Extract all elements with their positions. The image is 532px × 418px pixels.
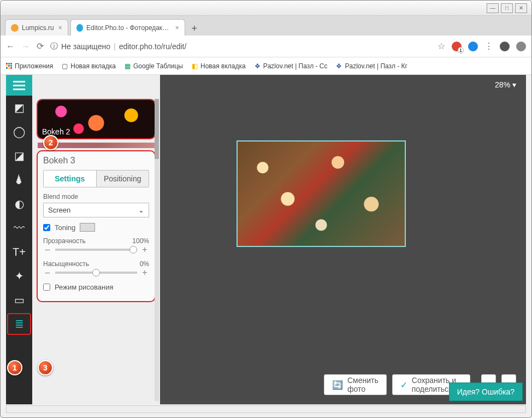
bookmark-star-icon[interactable]: ☆ xyxy=(438,41,445,51)
change-photo-label: Сменить фото xyxy=(347,376,379,393)
extension-area: 1 ⋮ xyxy=(452,41,526,51)
color-tool[interactable]: 🌢 xyxy=(6,168,32,192)
maximize-button[interactable]: □ xyxy=(501,3,513,13)
change-photo-button[interactable]: 🔄 Сменить фото xyxy=(324,374,387,395)
minimize-button[interactable]: — xyxy=(487,3,499,13)
canvas-area: 28% ▾ 🔄 Сменить фото ✓ Сохранить и подел… xyxy=(160,75,526,404)
profile-avatar[interactable] xyxy=(500,42,510,51)
browser-tabstrip: Lumpics.ru × Editor.Pho.to - Фоторедакто… xyxy=(1,16,531,36)
exposure-tool[interactable]: ◪ xyxy=(6,144,32,168)
bookmark-label: Новая вкладка xyxy=(70,62,116,70)
bookmark-label: Pazlov.net | Пазл - Кг xyxy=(345,62,407,70)
extension-icon[interactable]: 1 xyxy=(452,42,462,51)
toning-color-swatch[interactable] xyxy=(80,223,95,232)
menu-icon[interactable]: ⋮ xyxy=(484,41,493,51)
tab-positioning[interactable]: Positioning xyxy=(97,170,149,187)
text-tool[interactable]: T+ xyxy=(6,240,32,264)
close-tab-icon[interactable]: × xyxy=(58,24,62,32)
edited-photo[interactable] xyxy=(237,140,406,247)
blend-mode-select[interactable]: Screen ⌄ xyxy=(43,203,149,217)
bookmark-item[interactable]: ❖Pazlov.net | Пазл - Кг xyxy=(336,62,407,70)
opacity-label: Прозрачность xyxy=(43,237,86,245)
swap-icon: 🔄 xyxy=(332,380,343,390)
tab-title: Lumpics.ru xyxy=(22,24,54,32)
apps-label: Приложения xyxy=(15,62,53,70)
forward-button[interactable]: → xyxy=(21,42,30,51)
side-panel: Bokeh 2 Bokeh 3 Settings Positioning Ble… xyxy=(32,75,160,404)
apps-shortcut[interactable]: Приложения xyxy=(6,62,53,70)
opacity-minus[interactable]: – xyxy=(43,245,52,255)
feedback-button[interactable]: Идея? Ошибка? xyxy=(449,382,523,401)
blend-mode-value: Screen xyxy=(48,206,70,214)
extension-badge: 1 xyxy=(458,47,464,54)
opacity-value: 100% xyxy=(132,237,149,245)
favicon-icon xyxy=(76,24,83,32)
texture-thumb-bokeh2[interactable]: Bokeh 2 xyxy=(37,99,156,139)
zoom-dropdown[interactable]: 28% ▾ xyxy=(495,80,516,89)
new-tab-button[interactable]: + xyxy=(187,21,202,36)
settings-title: Bokeh 3 xyxy=(43,156,149,166)
contrast-tool[interactable]: ◐ xyxy=(6,192,32,216)
reload-button[interactable]: ⟳ xyxy=(37,41,44,51)
puzzle-icon: ❖ xyxy=(336,62,342,70)
saturation-value: 0% xyxy=(140,260,149,268)
browser-tab-lumpics[interactable]: Lumpics.ru × xyxy=(5,19,68,36)
bookmark-label: Новая вкладка xyxy=(200,62,246,70)
saturation-plus[interactable]: + xyxy=(140,268,149,278)
frames-tool[interactable]: ▭ xyxy=(6,288,32,312)
bookmark-label: Pazlov.net | Пазл - Сс xyxy=(263,62,328,70)
opacity-slider-row: Прозрачность 100% – + xyxy=(43,237,149,255)
apps-icon xyxy=(6,63,12,69)
saturation-slider-row: Насыщенность 0% – + xyxy=(43,260,149,278)
up-icon[interactable] xyxy=(516,42,526,51)
saturation-minus[interactable]: – xyxy=(43,268,52,278)
stickers-tool[interactable]: 〰 xyxy=(6,216,32,240)
search-tool[interactable]: ◯ xyxy=(6,120,32,144)
saturation-label: Насыщенность xyxy=(43,260,89,268)
tab-settings[interactable]: Settings xyxy=(44,170,97,187)
url-text: editor.pho.to/ru/edit/ xyxy=(119,42,187,51)
editor-app: ◩ ◯ ◪ 🌢 ◐ 〰 T+ ✦ ▭ ≣ Bokeh ▾ Bokeh 2 Bok… xyxy=(6,75,526,404)
back-button[interactable]: ← xyxy=(6,42,15,51)
window-titlebar: — □ ✕ xyxy=(1,1,531,16)
texture-label: Bokeh 2 xyxy=(38,125,74,138)
annotation-badge-1: 1 xyxy=(7,360,22,375)
insecure-label: Не защищено xyxy=(61,42,110,51)
select-caret-icon: ⌄ xyxy=(138,206,144,214)
page-icon: ▢ xyxy=(62,62,68,70)
page-icon: ◧ xyxy=(192,62,198,70)
texture-preview: Bokeh 2 xyxy=(38,100,155,138)
textures-tool[interactable]: ≣ xyxy=(6,312,32,336)
opacity-slider[interactable] xyxy=(55,249,137,251)
toning-label: Toning xyxy=(55,223,75,232)
bookmarks-bar: Приложения ▢Новая вкладка ▦Google Таблиц… xyxy=(1,57,531,75)
favicon-icon xyxy=(11,24,19,32)
panel-scrollbar[interactable] xyxy=(155,99,159,401)
menu-button[interactable] xyxy=(6,75,32,96)
settings-tabs: Settings Positioning xyxy=(43,170,149,187)
puzzle-icon: ❖ xyxy=(255,62,261,70)
annotation-badge-3: 3 xyxy=(38,360,53,375)
tab-title: Editor.Pho.to - Фоторедактор он xyxy=(86,24,171,32)
horizontal-scrollbar[interactable] xyxy=(6,405,526,413)
drawing-mode-label: Режим рисования xyxy=(55,283,114,291)
bookmark-item[interactable]: ▢Новая вкладка xyxy=(62,62,116,70)
opacity-plus[interactable]: + xyxy=(140,245,149,255)
saturation-slider[interactable] xyxy=(55,272,137,274)
bookmark-item[interactable]: ❖Pazlov.net | Пазл - Сс xyxy=(255,62,328,70)
toning-checkbox[interactable] xyxy=(43,224,50,231)
settings-panel: Bokeh 3 Settings Positioning Blend mode … xyxy=(37,150,156,302)
check-icon: ✓ xyxy=(400,380,407,390)
close-window-button[interactable]: ✕ xyxy=(515,3,527,13)
effects-tool[interactable]: ✦ xyxy=(6,264,32,288)
left-toolbar: ◩ ◯ ◪ 🌢 ◐ 〰 T+ ✦ ▭ ≣ xyxy=(6,75,32,404)
globe-icon[interactable] xyxy=(468,42,478,51)
crop-tool[interactable]: ◩ xyxy=(6,96,32,120)
drawing-mode-checkbox[interactable] xyxy=(43,284,50,291)
site-info-icon[interactable]: ⓘ xyxy=(50,42,58,51)
close-tab-icon[interactable]: × xyxy=(175,24,179,32)
bookmark-item[interactable]: ◧Новая вкладка xyxy=(192,62,246,70)
address-bar[interactable]: ⓘ Не защищено | editor.pho.to/ru/edit/ xyxy=(50,42,431,51)
browser-tab-editor[interactable]: Editor.Pho.to - Фоторедактор он × xyxy=(70,19,185,36)
bookmark-item[interactable]: ▦Google Таблицы xyxy=(125,62,183,70)
